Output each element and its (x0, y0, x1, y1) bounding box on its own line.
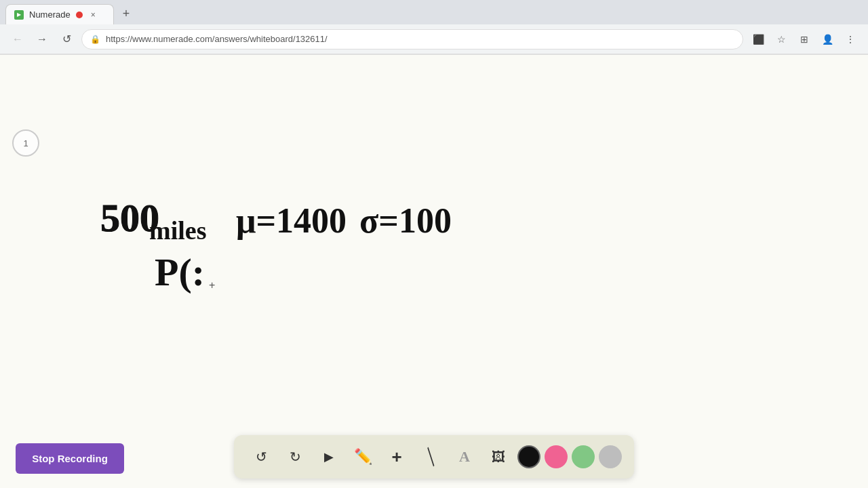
browser-actions: ⬛ ☆ ⊞ 👤 ⋮ (749, 30, 860, 49)
stop-recording-button[interactable]: Stop Recording (16, 443, 124, 474)
video-capture-btn[interactable]: ⬛ (749, 30, 768, 49)
select-icon: ▶ (324, 449, 334, 464)
address-bar-row: ← → ↺ 🔒 https://www.numerade.com/answers… (0, 24, 868, 54)
image-tool-button[interactable]: 🖼 (484, 442, 513, 472)
counter-value: 1 (23, 138, 28, 148)
menu-btn[interactable]: ⋮ (841, 30, 860, 49)
undo-button[interactable]: ↺ (246, 442, 276, 472)
svg-text:μ=1400: μ=1400 (236, 201, 347, 240)
text-tool-button[interactable]: A (450, 442, 479, 472)
color-green[interactable] (572, 445, 595, 468)
back-button[interactable]: ← (8, 30, 27, 49)
lock-icon: 🔒 (90, 35, 100, 44)
undo-icon: ↺ (256, 449, 267, 465)
bookmark-btn[interactable]: ☆ (772, 30, 791, 49)
color-pink[interactable] (545, 445, 568, 468)
pen-icon: ✏️ (354, 448, 372, 466)
redo-icon: ↻ (290, 449, 301, 465)
toolbar: ↺ ↻ ▶ ✏️ + ╱ A 🖼 (234, 435, 634, 479)
extensions-btn[interactable]: ⊞ (795, 30, 814, 49)
redo-button[interactable]: ↻ (280, 442, 310, 472)
tab-close-btn[interactable]: × (91, 10, 96, 20)
add-icon: + (391, 447, 401, 468)
tab-favicon (14, 10, 24, 20)
add-button[interactable]: + (382, 442, 412, 472)
forward-button[interactable]: → (33, 30, 52, 49)
whiteboard-container[interactable]: 1 500 miles μ=1400 σ=100 P(: + Stop Reco… (0, 55, 868, 488)
url-text: https://www.numerade.com/answers/whitebo… (106, 34, 328, 44)
svg-text:miles: miles (149, 216, 206, 245)
select-tool-button[interactable]: ▶ (314, 442, 344, 472)
address-bar[interactable]: 🔒 https://www.numerade.com/answers/white… (81, 29, 743, 49)
new-tab-button[interactable]: + (117, 4, 136, 23)
whiteboard-drawing: 500 miles μ=1400 σ=100 P(: + (0, 55, 868, 488)
active-tab[interactable]: Numerade × (5, 4, 114, 24)
eraser-icon: ╱ (421, 447, 440, 466)
color-black[interactable] (517, 445, 540, 468)
svg-text:σ=100: σ=100 (359, 201, 452, 240)
eraser-tool-button[interactable]: ╱ (416, 442, 446, 472)
tab-title: Numerade (29, 9, 71, 20)
refresh-button[interactable]: ↺ (57, 30, 76, 49)
pen-tool-button[interactable]: ✏️ (348, 442, 378, 472)
svg-text:P(:: P(: (155, 250, 205, 294)
account-btn[interactable]: 👤 (818, 30, 837, 49)
browser-chrome: Numerade × + ← → ↺ 🔒 https://www.numerad… (0, 0, 868, 55)
color-gray[interactable] (599, 445, 622, 468)
svg-text:500: 500 (100, 196, 159, 240)
image-icon: 🖼 (492, 449, 505, 465)
tab-bar: Numerade × + (0, 0, 868, 24)
svg-text:+: + (209, 279, 215, 291)
recording-dot (76, 12, 83, 18)
text-icon: A (459, 448, 470, 466)
counter-badge: 1 (12, 129, 39, 157)
